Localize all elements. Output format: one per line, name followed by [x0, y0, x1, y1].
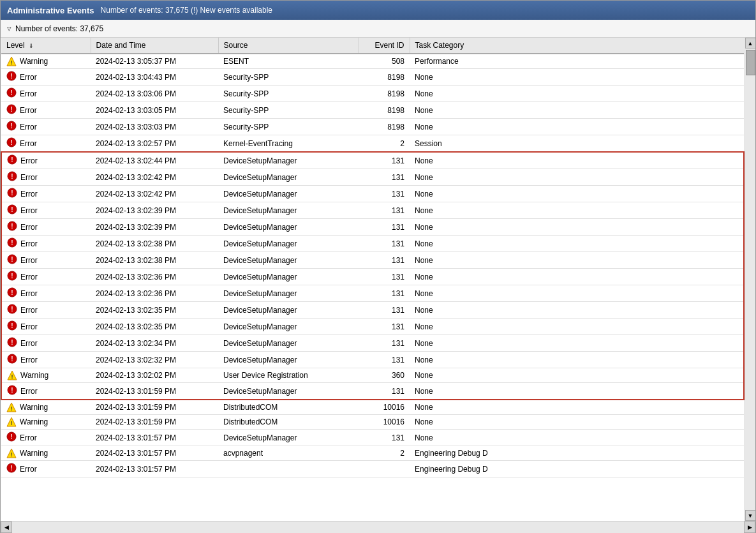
- level-text: Error: [20, 433, 37, 442]
- table-row[interactable]: ! Error2024-02-13 3:02:44 PMDeviceSetupM…: [1, 152, 744, 169]
- table-row[interactable]: ! Error2024-02-13 3:02:35 PMDeviceSetupM…: [1, 302, 744, 319]
- table-row[interactable]: ! Error2024-02-13 3:02:39 PMDeviceSetupM…: [1, 219, 744, 236]
- table-row[interactable]: ! Warning2024-02-13 3:01:59 PMDistribute…: [1, 400, 744, 415]
- vertical-scrollbar[interactable]: ▲ ▼: [745, 38, 755, 521]
- table-row[interactable]: ! Warning2024-02-13 3:01:57 PMacvpnagent…: [1, 446, 744, 461]
- error-icon: !: [7, 171, 17, 183]
- cell-eventid: 131: [359, 430, 410, 446]
- cell-eventid: 131: [359, 152, 410, 169]
- cell-taskcategory: None: [410, 269, 744, 285]
- scroll-thumb[interactable]: [746, 50, 755, 75]
- horizontal-scrollbar[interactable]: ◀ ▶: [1, 521, 755, 532]
- svg-text:!: !: [11, 173, 13, 180]
- cell-taskcategory: None: [410, 415, 744, 430]
- table-row[interactable]: ! Error2024-02-13 3:01:57 PMEngineering …: [1, 461, 744, 477]
- table-row[interactable]: ! Error2024-02-13 3:02:38 PMDeviceSetupM…: [1, 236, 744, 252]
- table-row[interactable]: ! Error2024-02-13 3:03:05 PMSecurity-SPP…: [1, 102, 744, 119]
- table-row[interactable]: ! Error2024-02-13 3:02:32 PMDeviceSetupM…: [1, 352, 744, 368]
- cell-taskcategory: None: [410, 400, 744, 415]
- cell-taskcategory: None: [410, 335, 744, 352]
- scroll-track[interactable]: [745, 49, 756, 510]
- error-icon: !: [7, 154, 17, 167]
- cell-taskcategory: None: [410, 368, 744, 383]
- cell-datetime: 2024-02-13 3:02:36 PM: [91, 285, 218, 302]
- cell-level: ! Error: [1, 86, 91, 102]
- table-row[interactable]: ! Error2024-02-13 3:02:36 PMDeviceSetupM…: [1, 285, 744, 302]
- error-icon: !: [7, 188, 17, 200]
- error-icon: !: [7, 304, 17, 316]
- cell-datetime: 2024-02-13 3:02:02 PM: [91, 368, 218, 383]
- table-row[interactable]: ! Error2024-02-13 3:04:43 PMSecurity-SPP…: [1, 69, 744, 86]
- table-row[interactable]: ! Error2024-02-13 3:01:57 PMDeviceSetupM…: [1, 430, 744, 446]
- scroll-up-button[interactable]: ▲: [745, 38, 756, 49]
- table-row[interactable]: ! Error2024-02-13 3:02:42 PMDeviceSetupM…: [1, 169, 744, 186]
- table-wrapper: Level ⇓ Date and Time Source Event ID: [1, 38, 755, 521]
- error-icon: !: [7, 237, 17, 250]
- cell-source: DeviceSetupManager: [218, 236, 359, 252]
- cell-source: Security-SPP: [218, 119, 359, 135]
- cell-source: DeviceSetupManager: [218, 186, 359, 202]
- cell-eventid: 131: [359, 236, 410, 252]
- level-text: Error: [20, 190, 38, 199]
- cell-level: ! Warning: [1, 415, 91, 430]
- col-header-source[interactable]: Source: [218, 38, 359, 54]
- cell-source: DeviceSetupManager: [218, 219, 359, 236]
- svg-text:!: !: [10, 89, 12, 96]
- cell-datetime: 2024-02-13 3:02:42 PM: [91, 169, 218, 186]
- level-text: Warning: [20, 57, 48, 66]
- cell-source: DeviceSetupManager: [218, 352, 359, 368]
- cell-taskcategory: None: [410, 69, 744, 86]
- error-icon: !: [7, 254, 17, 266]
- table-row[interactable]: ! Error2024-02-13 3:02:34 PMDeviceSetupM…: [1, 335, 744, 352]
- cell-source: Security-SPP: [218, 86, 359, 102]
- svg-text:!: !: [11, 339, 13, 346]
- cell-datetime: 2024-02-13 3:01:57 PM: [91, 446, 218, 461]
- table-row[interactable]: ! Error2024-02-13 3:02:57 PMKernel-Event…: [1, 135, 744, 153]
- scroll-right-button[interactable]: ▶: [744, 522, 755, 533]
- table-row[interactable]: ! Error2024-02-13 3:02:42 PMDeviceSetupM…: [1, 186, 744, 202]
- cell-taskcategory: None: [410, 252, 744, 269]
- table-row[interactable]: ! Error2024-02-13 3:03:03 PMSecurity-SPP…: [1, 119, 744, 135]
- svg-text:!: !: [11, 190, 13, 197]
- table-row[interactable]: ! Error2024-02-13 3:03:06 PMSecurity-SPP…: [1, 86, 744, 102]
- col-header-eventid[interactable]: Event ID: [359, 38, 410, 54]
- table-scroll[interactable]: Level ⇓ Date and Time Source Event ID: [1, 38, 745, 521]
- table-row[interactable]: ! Warning2024-02-13 3:05:37 PMESENT508Pe…: [1, 54, 744, 69]
- col-header-taskcategory[interactable]: Task Category: [410, 38, 744, 54]
- table-row[interactable]: ! Warning2024-02-13 3:02:02 PMUser Devic…: [1, 368, 744, 383]
- level-text: Error: [20, 387, 38, 396]
- cell-level: ! Error: [1, 335, 91, 352]
- level-text: Error: [20, 273, 38, 282]
- col-header-level[interactable]: Level ⇓: [1, 38, 91, 54]
- cell-datetime: 2024-02-13 3:03:06 PM: [91, 86, 218, 102]
- cell-eventid: [359, 461, 410, 477]
- warning-icon: !: [6, 417, 17, 427]
- error-icon: !: [6, 71, 17, 83]
- svg-text:!: !: [11, 156, 13, 163]
- col-header-datetime[interactable]: Date and Time: [91, 38, 218, 54]
- table-row[interactable]: ! Error2024-02-13 3:01:59 PMDeviceSetupM…: [1, 383, 744, 400]
- table-row[interactable]: ! Error2024-02-13 3:02:39 PMDeviceSetupM…: [1, 202, 744, 219]
- cell-source: Security-SPP: [218, 69, 359, 86]
- cell-eventid: 8198: [359, 102, 410, 119]
- cell-level: ! Error: [1, 252, 91, 269]
- cell-level: ! Error: [1, 135, 91, 153]
- cell-eventid: 131: [359, 352, 410, 368]
- level-text: Error: [20, 465, 37, 474]
- cell-level: ! Error: [1, 152, 91, 169]
- table-row[interactable]: ! Error2024-02-13 3:02:35 PMDeviceSetupM…: [1, 319, 744, 335]
- h-scroll-track[interactable]: [12, 522, 744, 533]
- cell-level: ! Error: [1, 285, 91, 302]
- level-text: Error: [20, 223, 38, 232]
- cell-source: DeviceSetupManager: [218, 269, 359, 285]
- scroll-left-button[interactable]: ◀: [1, 522, 12, 533]
- table-row[interactable]: ! Warning2024-02-13 3:01:59 PMDistribute…: [1, 415, 744, 430]
- table-row[interactable]: ! Error2024-02-13 3:02:38 PMDeviceSetupM…: [1, 252, 744, 269]
- cell-level: ! Error: [1, 236, 91, 252]
- table-row[interactable]: ! Error2024-02-13 3:02:36 PMDeviceSetupM…: [1, 269, 744, 285]
- cell-taskcategory: None: [410, 383, 744, 400]
- cell-eventid: 8198: [359, 86, 410, 102]
- scroll-down-button[interactable]: ▼: [745, 510, 756, 521]
- cell-datetime: 2024-02-13 3:02:34 PM: [91, 335, 218, 352]
- cell-taskcategory: None: [410, 285, 744, 302]
